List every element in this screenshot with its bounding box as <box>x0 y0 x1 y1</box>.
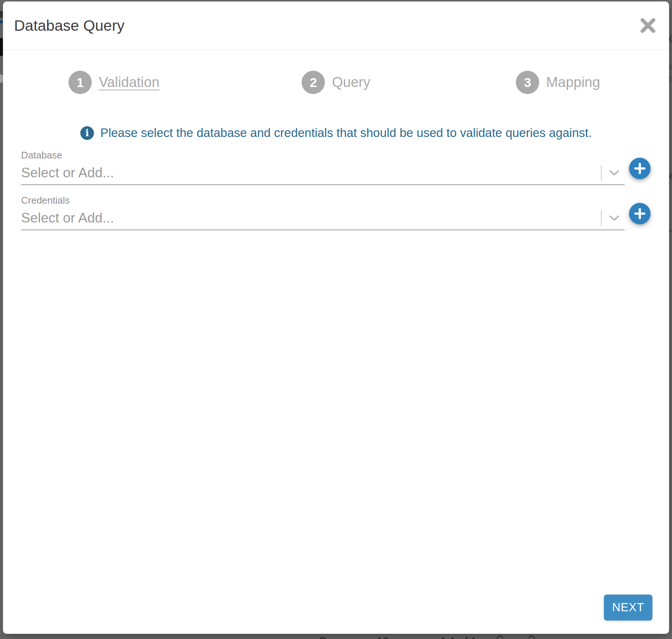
step-mapping: 3 Mapping <box>447 71 669 94</box>
background-right-text-fragment: e <box>669 61 672 71</box>
database-input-row <box>21 161 625 185</box>
per-page-value: 10 <box>377 635 389 639</box>
dialog-header: Database Query <box>3 1 669 50</box>
wizard-stepper: 1 Validation 2 Query 3 Mapping <box>3 50 669 94</box>
add-database-button[interactable] <box>629 158 651 179</box>
info-message: Please select the database and credentia… <box>100 126 592 140</box>
background-left-text-fragment <box>0 11 3 18</box>
background-left-heading-fragment <box>0 38 3 56</box>
step-label: Query <box>332 74 370 90</box>
plus-icon <box>634 163 645 174</box>
database-field-label: Database <box>21 150 625 161</box>
per-page-label: Per page: <box>319 635 366 639</box>
pagination-range-label: 1-1 of 1 <box>440 635 477 639</box>
input-divider <box>601 165 602 181</box>
add-credentials-button[interactable] <box>629 203 651 224</box>
background-right-text-fragment: r( <box>669 73 672 83</box>
dialog-body: 1 Validation 2 Query 3 Mapping i Plea <box>3 50 669 634</box>
background-left-blue-bar <box>0 20 3 23</box>
info-icon: i <box>80 126 94 140</box>
pagination-prev-icon <box>496 635 504 639</box>
database-select-input[interactable] <box>21 165 601 181</box>
chevron-down-icon[interactable] <box>609 170 620 176</box>
database-field-group: Database <box>21 150 625 185</box>
background-right-text-fragment: e <box>669 169 672 180</box>
input-divider <box>601 210 602 226</box>
step-query: 2 Query <box>225 71 447 94</box>
form-fields: Database <box>21 150 625 230</box>
dialog-title: Database Query <box>14 17 125 34</box>
chevron-down-icon[interactable] <box>609 215 620 221</box>
next-button[interactable]: NEXT <box>604 595 652 620</box>
step-label[interactable]: Validation <box>99 74 159 90</box>
credentials-select-input[interactable] <box>21 210 601 226</box>
step-number-badge: 3 <box>516 71 539 94</box>
database-query-dialog: Database Query 1 Validation 2 Query <box>3 1 669 634</box>
per-page-caret-icon: ▾ <box>394 636 398 639</box>
background-right-border-fragment <box>671 1 671 634</box>
pagination-next-icon <box>528 635 536 639</box>
credentials-field-label: Credentials <box>21 195 625 207</box>
credentials-field-group: Credentials <box>21 195 625 230</box>
step-number-badge: 1 <box>68 71 92 94</box>
background-right-line-fragment <box>669 230 672 231</box>
step-number-badge: 2 <box>302 71 325 94</box>
background-right-text-fragment: ... <box>669 84 672 91</box>
step-label: Mapping <box>546 74 600 90</box>
info-banner: i Please select the database and credent… <box>3 126 669 140</box>
credentials-input-row <box>21 207 625 230</box>
background-pagination-bar: Per page: 10 ▾ 1-1 of 1 <box>0 634 672 639</box>
background-right-text-fragment: co <box>669 31 672 43</box>
close-icon[interactable] <box>639 18 656 33</box>
plus-icon <box>634 208 645 219</box>
step-validation[interactable]: 1 Validation <box>3 71 225 94</box>
